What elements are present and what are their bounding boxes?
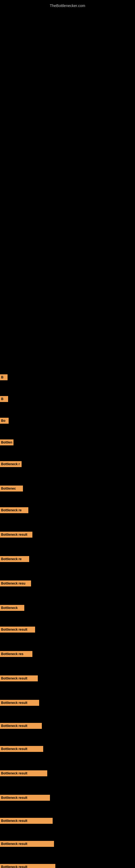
bottleneck-bar-18: Bottleneck result (0, 770, 47, 776)
bottleneck-bar-14: Bottleneck result (0, 675, 38, 681)
bottleneck-bar-22: Bottleneck result (0, 864, 55, 868)
bottleneck-bar-20: Bottleneck result (0, 818, 53, 824)
bottleneck-bar-4: Bottlen (0, 439, 13, 445)
bottleneck-bar-17: Bottleneck result (0, 746, 43, 752)
site-title: TheBottlenecker.com (0, 1, 135, 10)
bottleneck-bar-11: Bottleneck (0, 605, 24, 611)
bottleneck-bar-9: Bottleneck re (0, 556, 29, 562)
bottleneck-bar-7: Bottleneck re (0, 507, 28, 513)
bottleneck-bar-8: Bottleneck result (0, 532, 32, 538)
bottleneck-bar-5: Bottleneck r (0, 461, 21, 467)
bottleneck-bar-2: B (0, 396, 8, 402)
bottleneck-bar-19: Bottleneck result (0, 795, 50, 801)
bottleneck-bar-16: Bottleneck result (0, 723, 42, 729)
bottleneck-bar-3: Bo (0, 418, 9, 424)
bottleneck-bar-13: Bottleneck res (0, 651, 32, 657)
bottleneck-bar-10: Bottleneck resu (0, 581, 31, 586)
bottleneck-bar-21: Bottleneck result (0, 841, 54, 847)
bottleneck-bar-6: Bottlenec (0, 486, 23, 492)
bottleneck-bar-15: Bottleneck result (0, 700, 39, 706)
bottleneck-bar-12: Bottleneck result (0, 627, 35, 632)
bottleneck-bar-1: B (0, 374, 8, 380)
